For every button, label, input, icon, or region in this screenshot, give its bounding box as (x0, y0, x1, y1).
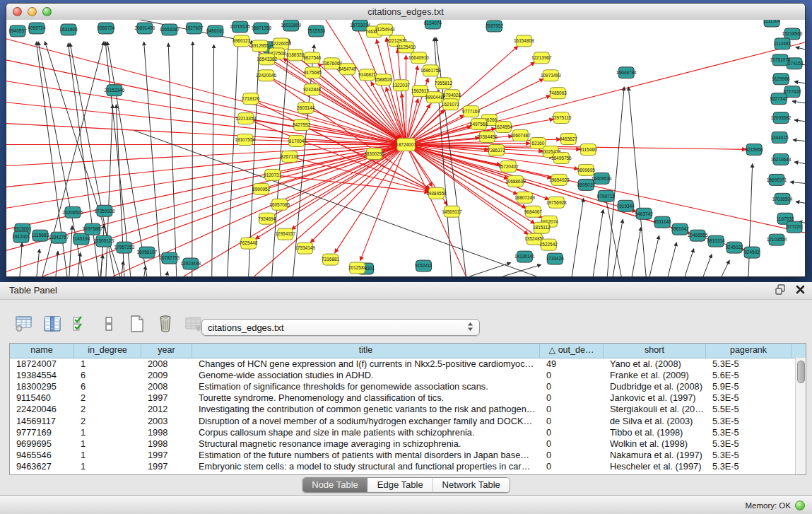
graph-node[interactable]: 7625448 (240, 238, 258, 249)
graph-node[interactable]: 7485063 (549, 88, 567, 99)
table-row[interactable]: 946554611997Estimation of the future num… (10, 450, 796, 461)
graph-node[interactable]: 16057085 (269, 199, 290, 210)
create-column-button[interactable] (127, 313, 147, 334)
graph-node[interactable]: 677220 (787, 221, 802, 233)
graph-node[interactable]: 9699695 (577, 164, 596, 175)
graph-node[interactable]: 9175685 (304, 67, 322, 78)
graph-node[interactable]: 16543382 (257, 54, 277, 65)
table-source-select[interactable]: citations_edges.txt (201, 319, 480, 336)
graph-node[interactable]: 18724007 (396, 139, 416, 151)
graph-node[interactable]: 16033809 (281, 20, 301, 31)
graph-node[interactable]: 19384554 (426, 187, 447, 199)
graph-node[interactable]: 2803144 (297, 103, 315, 114)
graph-node[interactable]: 8215958 (745, 144, 763, 156)
graph-node[interactable]: 1111304 (763, 20, 780, 27)
graph-node[interactable]: 16648784 (616, 67, 637, 78)
graph-node[interactable]: 4055724 (28, 23, 46, 34)
graph-node[interactable]: 20891406 (134, 23, 155, 34)
graph-node[interactable]: 20364456 (477, 132, 498, 143)
graph-node[interactable]: 1633906 (59, 24, 78, 35)
graph-node[interactable]: 7955812 (435, 78, 453, 89)
graph-node[interactable]: 1115683 (32, 230, 49, 241)
column-header[interactable]: △ out_de… (540, 344, 604, 358)
graph-node[interactable]: 1588520 (375, 74, 393, 86)
graph-node[interactable]: 817004 (289, 136, 305, 147)
graph-node[interactable]: 8134074 (424, 20, 442, 29)
graph-node[interactable]: 15751074 (770, 54, 791, 66)
graph-node[interactable]: 8940557 (8, 25, 27, 37)
column-header[interactable]: short (604, 344, 706, 358)
graph-node[interactable]: 2687652 (486, 21, 504, 32)
graph-node[interactable]: 7919344 (617, 200, 635, 211)
graph-node[interactable]: 8427552 (293, 119, 311, 131)
graph-node[interactable]: 9129966 (772, 74, 790, 85)
graph-node[interactable]: 17534149 (295, 243, 315, 254)
graph-node[interactable]: 1621072 (442, 99, 460, 110)
graph-node[interactable]: 9355724 (97, 23, 115, 34)
table-row[interactable]: 1456911722003Disruption of a novel membe… (10, 415, 796, 426)
graph-node[interactable]: 9152411 (415, 260, 433, 271)
tab-node-table[interactable]: Node Table (302, 478, 368, 492)
graph-node[interactable]: 11254943 (375, 24, 395, 35)
graph-node[interactable]: 17016504 (772, 193, 793, 204)
graph-node[interactable]: 19756928 (546, 197, 567, 208)
graph-node[interactable]: 9120731 (264, 169, 282, 180)
graph-node[interactable]: 8186328 (286, 49, 305, 61)
graph-node[interactable]: 7386372 (488, 145, 506, 156)
graph-node[interactable]: 1244415 (770, 132, 789, 144)
graph-node[interactable]: 14569117 (442, 206, 462, 217)
graph-node[interactable]: 9827546 (303, 52, 322, 64)
table-mode-button[interactable] (14, 313, 34, 334)
graph-node[interactable]: 16154808 (514, 35, 534, 47)
table-row[interactable]: 1938455462009Genome-wide association stu… (10, 369, 796, 380)
graph-node[interactable]: 19654923 (549, 174, 570, 185)
graph-node[interactable]: 16671358 (251, 23, 271, 34)
graph-node[interactable]: 17359928 (94, 205, 114, 216)
graph-node[interactable]: 12975115 (551, 112, 572, 124)
graph-node[interactable]: 20153346 (104, 85, 124, 96)
graph-node[interactable]: 8990951 (252, 183, 271, 194)
graph-node[interactable]: 8695019 (577, 179, 596, 190)
graph-node[interactable]: 11125419 (396, 42, 416, 53)
graph-node[interactable]: 12954157 (275, 228, 295, 240)
graph-node[interactable]: 7515536 (307, 25, 326, 37)
column-header[interactable]: name (10, 344, 74, 358)
graph-node[interactable]: 9115460 (579, 144, 597, 156)
graph-node[interactable]: 1733426 (546, 253, 565, 264)
graph-node[interactable]: 1624554 (495, 122, 513, 133)
graph-node[interactable]: 17957253 (114, 242, 134, 253)
graph-node[interactable]: 15692971 (767, 174, 787, 185)
graph-node[interactable]: 1527607 (185, 23, 204, 34)
graph-node[interactable]: 16640910 (408, 52, 429, 64)
graph-node[interactable]: 2522542 (540, 239, 558, 250)
graph-node[interactable]: 16495756 (551, 152, 572, 163)
graph-node[interactable]: 1322037 (392, 80, 411, 91)
graph-node[interactable]: 12213967 (531, 52, 552, 64)
graph-node[interactable]: 9463742 (635, 208, 654, 219)
graph-node[interactable]: 924502 (744, 247, 760, 258)
graph-node[interactable]: 7316881 (322, 254, 340, 265)
graph-node[interactable]: 9242848 (303, 84, 322, 95)
graph-node[interactable]: 1112481 (774, 38, 792, 49)
graph-node[interactable]: 9227342 (770, 93, 788, 105)
graph-node[interactable]: 10653287 (159, 24, 180, 35)
graph-node[interactable]: 22420046 (256, 70, 276, 81)
graph-node[interactable]: 14136141 (514, 251, 535, 262)
graph-node[interactable]: 15720407 (498, 160, 519, 172)
table-row[interactable]: 1830029562008Estimation of significance … (10, 380, 796, 392)
graph-node[interactable]: 16782753 (159, 252, 180, 264)
show-columns-button[interactable] (42, 313, 62, 334)
select-all-button[interactable] (71, 313, 90, 334)
column-header[interactable]: year (141, 344, 192, 358)
graph-node[interactable]: 9245022 (725, 242, 743, 253)
column-header[interactable]: in_degree (74, 344, 141, 358)
table-row[interactable]: 2242004622012Investigating the contribut… (10, 404, 796, 415)
table-row[interactable]: 977716911998Corpus callosum shape and si… (10, 426, 796, 438)
graph-node[interactable]: 8960123 (233, 35, 251, 47)
tab-edge-table[interactable]: Edge Table (368, 478, 433, 492)
graph-node[interactable]: 10688639 (505, 175, 526, 187)
column-header[interactable]: title (192, 344, 540, 358)
graph-node[interactable]: 12505123 (93, 235, 114, 247)
table-row[interactable]: 1872400712008Changes of HCN gene express… (10, 358, 796, 369)
clear-selection-button[interactable] (99, 313, 119, 334)
